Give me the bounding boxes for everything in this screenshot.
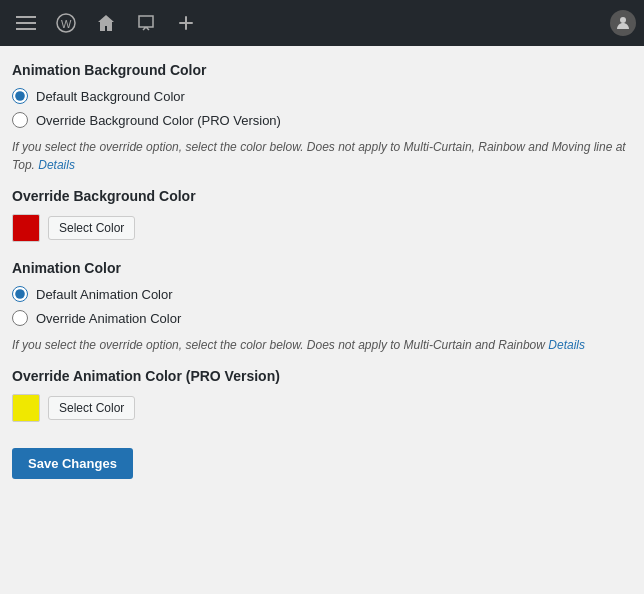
save-changes-button[interactable]: Save Changes	[12, 448, 133, 479]
default-anim-option[interactable]: Default Animation Color	[12, 286, 632, 302]
main-content: Animation Background Color Default Backg…	[0, 46, 644, 495]
default-bg-option[interactable]: Default Background Color	[12, 88, 632, 104]
animation-color-details-link[interactable]: Details	[548, 338, 585, 352]
svg-rect-2	[16, 28, 36, 30]
override-anim-label: Override Animation Color	[36, 311, 181, 326]
svg-text:W: W	[61, 18, 72, 30]
override-bg-color-row: Select Color	[12, 214, 632, 242]
home-icon[interactable]	[88, 5, 124, 41]
menu-icon[interactable]	[8, 5, 44, 41]
animation-bg-info: If you select the override option, selec…	[12, 138, 632, 174]
anim-select-color-button[interactable]: Select Color	[48, 396, 135, 420]
wordpress-icon[interactable]: W	[48, 5, 84, 41]
animation-bg-details-link[interactable]: Details	[38, 158, 75, 172]
svg-point-5	[620, 17, 626, 23]
override-bg-option[interactable]: Override Background Color (PRO Version)	[12, 112, 632, 128]
comment-icon[interactable]	[128, 5, 164, 41]
add-icon[interactable]	[168, 5, 204, 41]
animation-color-radio-group: Default Animation Color Override Animati…	[12, 286, 632, 326]
avatar[interactable]	[610, 10, 636, 36]
override-bg-label: Override Background Color (PRO Version)	[36, 113, 281, 128]
override-anim-color-row: Select Color	[12, 394, 632, 422]
override-anim-radio[interactable]	[12, 310, 28, 326]
bg-color-swatch[interactable]	[12, 214, 40, 242]
override-bg-radio[interactable]	[12, 112, 28, 128]
default-anim-label: Default Animation Color	[36, 287, 173, 302]
default-anim-radio[interactable]	[12, 286, 28, 302]
override-bg-title: Override Background Color	[12, 188, 632, 204]
animation-color-info: If you select the override option, selec…	[12, 336, 632, 354]
animation-bg-title: Animation Background Color	[12, 62, 632, 78]
animation-color-title: Animation Color	[12, 260, 632, 276]
svg-rect-1	[16, 22, 36, 24]
override-anim-option[interactable]: Override Animation Color	[12, 310, 632, 326]
anim-color-swatch[interactable]	[12, 394, 40, 422]
svg-rect-0	[16, 16, 36, 18]
default-bg-label: Default Background Color	[36, 89, 185, 104]
override-anim-title: Override Animation Color (PRO Version)	[12, 368, 632, 384]
animation-bg-radio-group: Default Background Color Override Backgr…	[12, 88, 632, 128]
default-bg-radio[interactable]	[12, 88, 28, 104]
bg-select-color-button[interactable]: Select Color	[48, 216, 135, 240]
topbar: W	[0, 0, 644, 46]
